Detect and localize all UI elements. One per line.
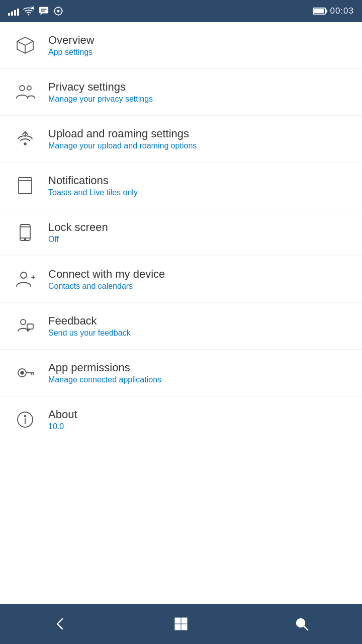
- svg-rect-40: [182, 624, 187, 630]
- location-icon: [53, 6, 63, 16]
- about-text: About 10.0: [48, 408, 77, 431]
- svg-point-36: [25, 416, 26, 417]
- svg-point-24: [21, 272, 27, 278]
- menu-item-overview[interactable]: Overview App settings: [0, 22, 362, 69]
- svg-rect-3: [39, 7, 48, 14]
- back-button[interactable]: [40, 609, 80, 639]
- message-icon: [38, 6, 49, 16]
- privacy-icon: [12, 79, 38, 105]
- overview-icon: [12, 32, 38, 58]
- feedback-title: Feedback: [48, 314, 131, 328]
- lockscreen-subtitle: Off: [48, 235, 108, 244]
- svg-point-23: [25, 239, 26, 240]
- menu-item-about[interactable]: About 10.0: [0, 396, 362, 443]
- notifications-icon: [12, 173, 38, 199]
- svg-rect-6: [41, 11, 45, 12]
- lockscreen-text: Lock screen Off: [48, 221, 108, 244]
- connect-icon: [12, 266, 38, 292]
- notifications-text: Notifications Toasts and Live tiles only: [48, 174, 138, 197]
- feedback-icon: [12, 313, 38, 339]
- svg-point-0: [28, 14, 30, 16]
- permissions-title: App permissions: [48, 361, 161, 374]
- svg-rect-39: [175, 624, 180, 630]
- svg-rect-37: [175, 618, 180, 623]
- overview-title: Overview: [48, 34, 95, 47]
- menu-item-connect[interactable]: Connect with my device Contacts and cale…: [0, 256, 362, 303]
- svg-point-8: [57, 10, 60, 13]
- settings-list: Overview App settings Privacy settings M…: [0, 22, 362, 604]
- search-button[interactable]: [282, 609, 322, 639]
- overview-subtitle: App settings: [48, 48, 95, 57]
- about-icon: [12, 407, 38, 433]
- connect-subtitle: Contacts and calendars: [48, 282, 165, 291]
- svg-point-27: [21, 319, 26, 325]
- signal-icon: [8, 7, 19, 16]
- svg-point-16: [24, 143, 26, 145]
- menu-item-privacy[interactable]: Privacy settings Manage your privacy set…: [0, 69, 362, 116]
- connect-title: Connect with my device: [48, 268, 165, 281]
- lockscreen-title: Lock screen: [48, 221, 108, 234]
- notifications-title: Notifications: [48, 174, 138, 187]
- status-right-icons: 00:03: [313, 6, 354, 16]
- svg-point-14: [20, 86, 25, 91]
- connect-text: Connect with my device Contacts and cale…: [48, 268, 165, 291]
- svg-line-42: [304, 626, 308, 630]
- upload-text: Upload and roaming settings Manage your …: [48, 127, 197, 150]
- bottom-nav: [0, 604, 362, 644]
- feedback-text: Feedback Send us your feedback: [48, 314, 131, 338]
- svg-marker-4: [40, 14, 43, 16]
- feedback-subtitle: Send us your feedback: [48, 329, 131, 338]
- svg-rect-18: [19, 178, 32, 194]
- menu-item-upload[interactable]: Upload and roaming settings Manage your …: [0, 116, 362, 163]
- notifications-subtitle: Toasts and Live tiles only: [48, 188, 138, 197]
- svg-rect-28: [27, 324, 33, 329]
- upload-subtitle: Manage your upload and roaming options: [48, 141, 197, 150]
- svg-point-30: [21, 371, 24, 374]
- privacy-title: Privacy settings: [48, 80, 153, 94]
- about-subtitle: 10.0: [48, 422, 77, 431]
- svg-point-15: [27, 86, 31, 90]
- svg-rect-38: [182, 618, 187, 623]
- privacy-subtitle: Manage your privacy settings: [48, 95, 153, 104]
- menu-item-feedback[interactable]: Feedback Send us your feedback: [0, 303, 362, 350]
- permissions-text: App permissions Manage connected applica…: [48, 361, 161, 384]
- about-title: About: [48, 408, 77, 421]
- permissions-icon: [12, 360, 38, 386]
- permissions-subtitle: Manage connected applications: [48, 375, 161, 384]
- menu-item-permissions[interactable]: App permissions Manage connected applica…: [0, 350, 362, 396]
- upload-icon: [12, 126, 38, 152]
- home-button[interactable]: [161, 609, 201, 639]
- wifi-icon: [23, 7, 34, 16]
- status-time: 00:03: [330, 6, 354, 16]
- status-bar: 00:03: [0, 0, 362, 22]
- privacy-text: Privacy settings Manage your privacy set…: [48, 80, 153, 104]
- menu-item-lockscreen[interactable]: Lock screen Off: [0, 209, 362, 256]
- svg-rect-5: [41, 9, 47, 10]
- overview-text: Overview App settings: [48, 34, 95, 57]
- menu-item-notifications[interactable]: Notifications Toasts and Live tiles only: [0, 163, 362, 209]
- battery-icon: [313, 8, 326, 15]
- status-left-icons: [8, 6, 63, 16]
- upload-title: Upload and roaming settings: [48, 127, 197, 140]
- lockscreen-icon: [12, 219, 38, 246]
